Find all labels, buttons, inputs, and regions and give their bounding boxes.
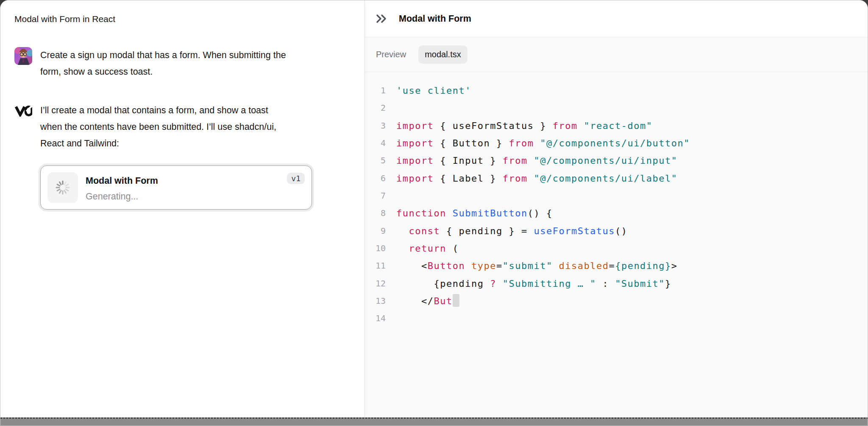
- loading-spinner-icon: [55, 180, 70, 195]
- assistant-message-text: I’ll create a modal that contains a form…: [40, 102, 276, 152]
- code-token-kw: import: [396, 155, 434, 166]
- code-token-pl: { useFormStatus }: [434, 121, 552, 131]
- code-editor[interactable]: 1'use client'23import { useFormStatus } …: [365, 72, 868, 417]
- code-token-pl: {pending: [396, 278, 490, 289]
- card-title: Modal with Form: [86, 173, 287, 189]
- code-line-content: import { Button } from "@/components/ui/…: [396, 135, 690, 152]
- v0-logo-icon: [14, 102, 32, 120]
- code-token-pl: [578, 121, 584, 131]
- code-token-pl: [553, 261, 559, 271]
- code-line: 7: [365, 187, 868, 205]
- user-avatar: [14, 47, 32, 65]
- user-message-line: Create a sign up modal that has a form. …: [40, 47, 286, 64]
- assistant-message-line: I’ll create a modal that contains a form…: [40, 102, 276, 119]
- code-token-pl: [396, 243, 409, 254]
- code-token-pl: [528, 155, 534, 166]
- line-number: 3: [365, 117, 386, 135]
- code-token-pl: () {: [528, 208, 553, 219]
- code-token-kw: const: [409, 226, 440, 236]
- code-token-pl: { Input }: [434, 155, 502, 166]
- line-number: 4: [365, 135, 386, 152]
- code-line-content: 'use client': [396, 82, 471, 99]
- code-token-pl: (: [446, 243, 459, 254]
- code-line: 2: [365, 99, 868, 117]
- code-token-kw: function: [396, 208, 446, 219]
- code-line-content: import { useFormStatus } from "react-dom…: [396, 117, 653, 135]
- code-lines: 1'use client'23import { useFormStatus } …: [365, 82, 868, 328]
- line-number: 9: [365, 222, 386, 240]
- code-token-attr: disabled: [559, 261, 609, 271]
- assistant-message: I’ll create a modal that contains a form…: [14, 102, 276, 152]
- code-token-attr: type: [471, 261, 496, 271]
- code-line: 5import { Input } from "@/components/ui/…: [365, 152, 868, 169]
- code-token-pl: :: [596, 278, 615, 289]
- code-token-pl: [446, 208, 453, 219]
- code-token-pl: <: [396, 261, 428, 271]
- code-token-kw: from: [503, 155, 528, 166]
- code-token-kw: import: [396, 138, 434, 149]
- code-token-str: "react-dom": [584, 121, 652, 131]
- panel-header: Modal with Form: [365, 0, 868, 37]
- code-line: 6import { Label } from "@/components/ui/…: [365, 170, 868, 187]
- code-line: 14: [365, 310, 868, 327]
- code-token-kw: import: [396, 121, 434, 131]
- code-line-content: </But: [396, 292, 459, 310]
- code-line-content: <Button type="submit" disabled={pending}…: [396, 257, 678, 275]
- code-token-fn: useFormStatus: [534, 226, 615, 236]
- assistant-message-line: React and Tailwind:: [40, 135, 276, 152]
- user-message-text: Create a sign up modal that has a form. …: [40, 47, 286, 80]
- line-number: 6: [365, 170, 386, 187]
- code-token-pl: =: [609, 261, 615, 271]
- code-token-pl: (): [615, 226, 628, 236]
- code-line-content: {pending ? "Submitting … " : "Submit"}: [396, 275, 671, 292]
- tab-preview[interactable]: Preview: [376, 50, 406, 59]
- tab-modal-tsx[interactable]: modal.tsx: [418, 45, 467, 64]
- code-line-content: function SubmitButton() {: [396, 205, 553, 222]
- collapse-panel-button[interactable]: [376, 14, 388, 23]
- code-token-kw: Button: [428, 261, 465, 271]
- code-token-str: "Submitting … ": [503, 278, 596, 289]
- code-token-str: "submit": [503, 261, 553, 271]
- code-token-str: "@/components/ui/label": [534, 173, 677, 184]
- chevrons-right-icon: [376, 14, 387, 23]
- line-number: 5: [365, 152, 386, 169]
- code-token-pl: { Label }: [434, 173, 502, 184]
- line-number: 7: [365, 187, 386, 205]
- code-token-str: 'use client': [396, 85, 471, 96]
- code-token-pl: { Button }: [434, 138, 509, 149]
- code-token-pl: [465, 261, 471, 271]
- app-window: Modal with Form in React: [0, 0, 868, 426]
- panel-title: Modal with Form: [399, 14, 471, 24]
- avatar-illustration: [14, 47, 32, 65]
- version-badge: v1: [287, 173, 305, 184]
- code-token-pl: [528, 173, 534, 184]
- code-line-content: return (: [396, 240, 459, 257]
- chat-title: Modal with Form in React: [14, 14, 115, 24]
- code-token-kw: from: [503, 173, 528, 184]
- code-line: 9 const { pending } = useFormStatus(): [365, 222, 868, 240]
- code-token-pl: =: [496, 261, 503, 271]
- generation-card[interactable]: Modal with Form Generating... v1: [40, 165, 312, 210]
- user-message-line: form, show a success toast.: [40, 64, 286, 80]
- code-token-str: {pending}: [615, 261, 671, 271]
- code-line: 13 </But: [365, 292, 868, 310]
- code-token-kw: ?: [490, 278, 496, 289]
- code-line: 3import { useFormStatus } from "react-do…: [365, 117, 868, 135]
- tab-bar: Preview modal.tsx: [365, 37, 868, 72]
- code-token-fn: SubmitButton: [453, 208, 528, 219]
- code-token-pl: { pending } =: [440, 226, 534, 236]
- line-number: 10: [365, 240, 386, 257]
- line-number: 8: [365, 205, 386, 222]
- code-line: 4import { Button } from "@/components/ui…: [365, 135, 868, 152]
- main-area: Modal with Form in React: [0, 0, 868, 417]
- line-number: 11: [365, 257, 386, 275]
- code-token-pl: </: [396, 296, 434, 306]
- code-token-pl: [534, 138, 540, 149]
- line-number: 14: [365, 310, 386, 327]
- code-token-kw: But: [434, 296, 452, 306]
- code-token-pl: }: [665, 278, 671, 289]
- code-line: 12 {pending ? "Submitting … " : "Submit"…: [365, 275, 868, 292]
- code-line: 10 return (: [365, 240, 868, 257]
- code-line: 11 <Button type="submit" disabled={pendi…: [365, 257, 868, 275]
- card-text: Modal with Form Generating...: [86, 173, 287, 205]
